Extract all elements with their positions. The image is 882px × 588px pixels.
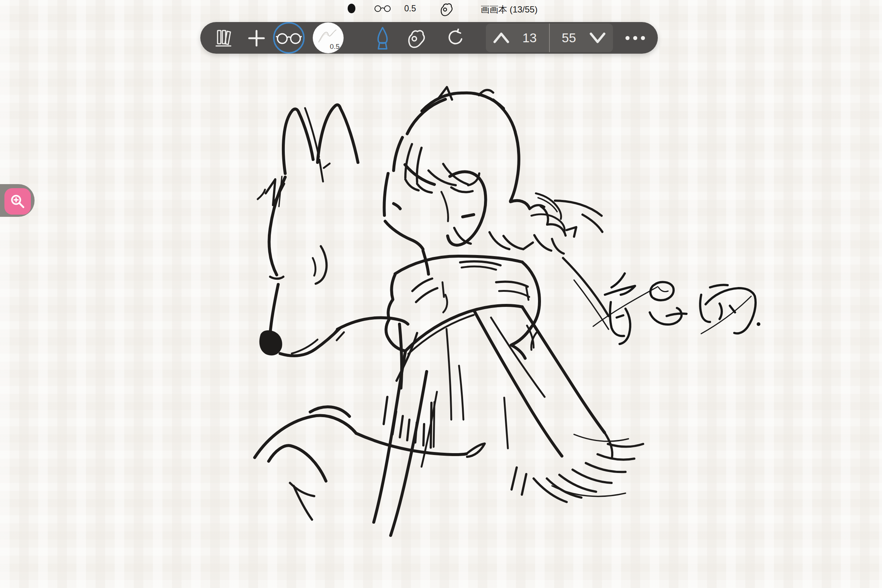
reading-glasses-tool-button[interactable] [273,22,304,54]
signature-handwriting [593,273,760,344]
undo-button[interactable] [444,28,466,48]
notebook-title: 画画本 (13/55) [481,4,538,15]
chevron-up-icon [492,30,511,45]
more-options-button[interactable] [619,28,651,48]
chevron-down-icon [588,30,607,45]
magnifier-plus-icon [9,193,26,210]
active-color-dot-icon [348,4,356,13]
ellipsis-icon [624,36,647,40]
current-page-number: 13 [523,30,537,45]
brush-size-preview-button[interactable]: 0.5 [313,22,344,53]
page-navigator: 13 55 [486,24,613,52]
total-pages-number: 55 [562,30,576,45]
zoom-control-tray [0,184,34,217]
gesture-tool-button[interactable] [405,28,428,48]
stroke-width-readout: 0.5 [404,4,416,14]
add-page-button[interactable] [246,28,267,48]
library-icon [213,28,234,48]
status-bar: 0.5 画画本 (13/55) [0,0,882,17]
next-page-button[interactable] [587,28,608,48]
canvas-drawing-surface[interactable] [0,0,882,588]
library-button[interactable] [212,28,236,48]
undo-arrow-icon [446,28,465,48]
toolbar: 0.5 [200,22,658,54]
fox-sketch [255,105,485,520]
glasses-icon [374,4,391,13]
pen-nib-icon [374,26,392,50]
plus-icon [247,28,266,48]
gesture-hand-icon [406,28,427,48]
boy-sketch [384,87,609,329]
previous-page-button[interactable] [491,28,512,48]
glasses-tool-icon [276,30,302,46]
scarf-sketch [374,256,643,536]
zoom-in-button[interactable] [4,188,31,214]
gesture-hand-icon [440,2,453,16]
page-navigator-divider [549,24,550,52]
app-screen: 0.5 画画本 (13/55) [0,0,882,588]
pen-tool-button[interactable] [372,27,394,50]
brush-size-value: 0.5 [330,43,340,51]
